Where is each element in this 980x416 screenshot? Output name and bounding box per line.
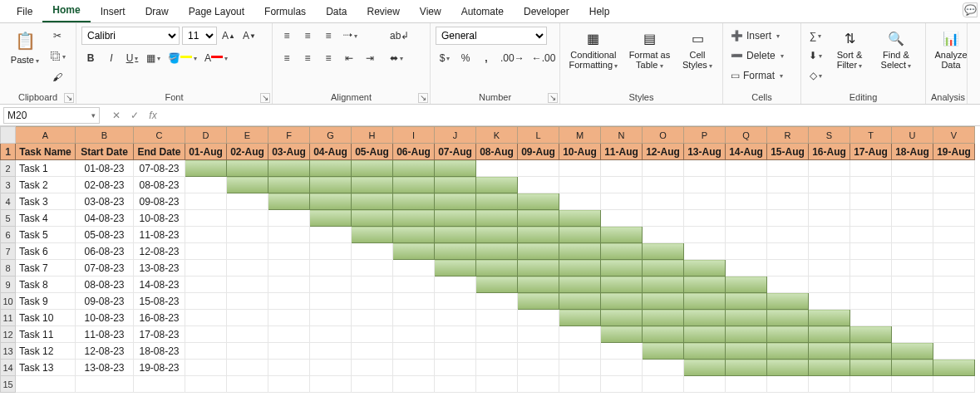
align-center-button[interactable]: ≡	[298, 49, 317, 67]
cell-gantt[interactable]	[185, 177, 227, 193]
cell-gantt[interactable]	[310, 243, 352, 260]
cell-gantt[interactable]	[933, 193, 975, 210]
cell[interactable]	[933, 376, 975, 393]
cell[interactable]	[134, 376, 185, 393]
cell-gantt[interactable]	[476, 210, 518, 227]
decrease-indent-button[interactable]: ⇤	[340, 49, 358, 67]
cell-start[interactable]: 06-08-23	[76, 243, 134, 260]
cell-task[interactable]: Task 2	[16, 177, 76, 193]
paste-button[interactable]: 📋 Paste	[5, 27, 45, 66]
cell-gantt[interactable]	[643, 343, 684, 360]
cell-gantt[interactable]	[684, 227, 726, 243]
cell-gantt[interactable]	[352, 193, 393, 210]
cell-gantt[interactable]	[850, 177, 892, 193]
cell-start[interactable]: 08-08-23	[76, 277, 134, 293]
table-header-cell[interactable]: 06-Aug	[393, 144, 435, 160]
tab-automate[interactable]: Automate	[451, 2, 514, 22]
cell-gantt[interactable]	[227, 343, 268, 360]
cell-start[interactable]: 03-08-23	[76, 193, 134, 210]
cell-gantt[interactable]	[850, 227, 892, 243]
cell-gantt[interactable]	[310, 310, 352, 326]
cell-gantt[interactable]	[268, 293, 310, 310]
cell-gantt[interactable]	[518, 260, 559, 277]
cell-gantt[interactable]	[601, 293, 643, 310]
cell-gantt[interactable]	[352, 210, 393, 227]
cell-gantt[interactable]	[809, 277, 850, 293]
cell-start[interactable]: 07-08-23	[76, 260, 134, 277]
cell-gantt[interactable]	[601, 210, 643, 227]
analyze-data-button[interactable]: 📊 Analyze Data	[931, 27, 968, 71]
cell-gantt[interactable]	[892, 210, 933, 227]
cell-gantt[interactable]	[559, 260, 601, 277]
cell-end[interactable]: 09-08-23	[134, 193, 185, 210]
formula-input[interactable]	[161, 107, 980, 124]
orientation-button[interactable]: ⭬	[340, 27, 360, 45]
cell-gantt[interactable]	[227, 243, 268, 260]
select-all-corner[interactable]	[1, 127, 16, 144]
column-header[interactable]: B	[76, 127, 134, 144]
cell-gantt[interactable]	[726, 210, 767, 227]
cell-gantt[interactable]	[684, 293, 726, 310]
cell[interactable]	[518, 376, 559, 393]
find-select-button[interactable]: 🔍 Find & Select	[874, 27, 918, 71]
row-header[interactable]: 9	[1, 277, 16, 293]
cell-gantt[interactable]	[933, 360, 975, 376]
cell[interactable]	[393, 376, 435, 393]
cell-gantt[interactable]	[352, 160, 393, 177]
cell-gantt[interactable]	[767, 260, 809, 277]
conditional-formatting-button[interactable]: ▦ Conditional Formatting	[565, 27, 622, 71]
cell-end[interactable]: 08-08-23	[134, 177, 185, 193]
cell-gantt[interactable]	[684, 277, 726, 293]
table-header-cell[interactable]: 19-Aug	[933, 144, 975, 160]
row-header[interactable]: 10	[1, 293, 16, 310]
cell-gantt[interactable]	[352, 326, 393, 343]
cell-gantt[interactable]	[559, 310, 601, 326]
cell-end[interactable]: 17-08-23	[134, 326, 185, 343]
cell-gantt[interactable]	[559, 293, 601, 310]
cell-gantt[interactable]	[227, 177, 268, 193]
cell-gantt[interactable]	[268, 360, 310, 376]
cell-gantt[interactable]	[892, 293, 933, 310]
cell[interactable]	[435, 376, 476, 393]
table-header-cell[interactable]: 18-Aug	[892, 144, 933, 160]
cell-gantt[interactable]	[476, 160, 518, 177]
cell-gantt[interactable]	[310, 227, 352, 243]
cell-gantt[interactable]	[227, 160, 268, 177]
delete-cells-button[interactable]: ➖Delete	[728, 46, 795, 65]
cell-gantt[interactable]	[435, 360, 476, 376]
cell-gantt[interactable]	[518, 360, 559, 376]
cell[interactable]	[268, 376, 310, 393]
cell-gantt[interactable]	[643, 310, 684, 326]
cell-task[interactable]: Task 4	[16, 210, 76, 227]
column-header[interactable]: D	[185, 127, 227, 144]
cell-gantt[interactable]	[476, 277, 518, 293]
comments-button[interactable]: 💬	[963, 2, 978, 17]
font-name-select[interactable]: Calibri	[81, 27, 180, 45]
table-header-cell[interactable]: 08-Aug	[476, 144, 518, 160]
cell-gantt[interactable]	[352, 277, 393, 293]
bold-button[interactable]: B	[81, 49, 100, 67]
cell-gantt[interactable]	[268, 210, 310, 227]
cell-gantt[interactable]	[726, 293, 767, 310]
cell-gantt[interactable]	[268, 160, 310, 177]
cell-gantt[interactable]	[726, 243, 767, 260]
table-header-cell[interactable]: 12-Aug	[643, 144, 684, 160]
cell-gantt[interactable]	[435, 177, 476, 193]
cell-gantt[interactable]	[892, 193, 933, 210]
cell-gantt[interactable]	[310, 177, 352, 193]
cell-task[interactable]: Task 13	[16, 360, 76, 376]
table-header-cell[interactable]: 15-Aug	[767, 144, 809, 160]
cell-gantt[interactable]	[185, 360, 227, 376]
cell-gantt[interactable]	[518, 343, 559, 360]
cell-end[interactable]: 15-08-23	[134, 293, 185, 310]
cell-gantt[interactable]	[767, 210, 809, 227]
cell-gantt[interactable]	[310, 210, 352, 227]
cell-gantt[interactable]	[726, 310, 767, 326]
borders-button[interactable]: ▦	[144, 49, 163, 67]
column-header[interactable]: P	[684, 127, 726, 144]
cell-gantt[interactable]	[435, 326, 476, 343]
cell-gantt[interactable]	[933, 227, 975, 243]
number-launcher[interactable]: ↘	[548, 93, 558, 103]
cell-gantt[interactable]	[559, 277, 601, 293]
sort-filter-button[interactable]: ⇅ Sort & Filter	[828, 27, 871, 71]
